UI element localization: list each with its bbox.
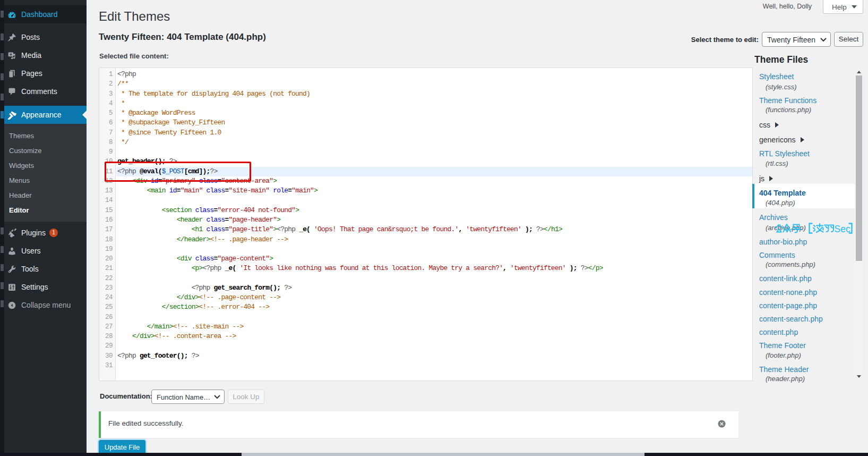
svg-text:Sec: Sec (835, 224, 850, 234)
